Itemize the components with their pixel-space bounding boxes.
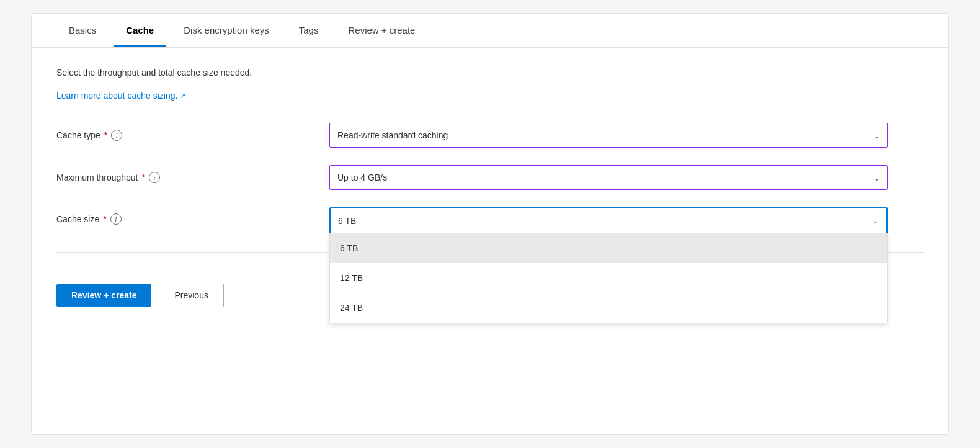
- external-link-icon: ↗: [180, 92, 185, 100]
- max-throughput-select[interactable]: Up to 2 GB/s Up to 4 GB/s Up to 8 GB/s: [329, 165, 888, 190]
- cache-type-label-text: Cache type: [56, 130, 100, 140]
- learn-link-text: Learn more about cache sizing.: [56, 91, 177, 101]
- cache-size-label: Cache size * i: [56, 207, 329, 225]
- max-throughput-label-text: Maximum throughput: [56, 172, 138, 182]
- cache-size-dropdown[interactable]: 6 TB ⌄ 6 TB 12 TB 24 TB: [329, 207, 888, 235]
- cache-size-dropdown-list: 6 TB 12 TB 24 TB: [329, 233, 888, 323]
- cache-type-control: Read-write standard caching Read-only ca…: [329, 123, 888, 148]
- max-throughput-info-icon[interactable]: i: [149, 172, 160, 183]
- max-throughput-required: *: [142, 172, 145, 182]
- cache-size-row: Cache size * i 6 TB ⌄ 6 TB 12 TB 24 TB: [56, 207, 924, 235]
- cache-size-control: 6 TB ⌄ 6 TB 12 TB 24 TB: [329, 207, 888, 235]
- tab-basics[interactable]: Basics: [56, 14, 109, 47]
- cache-size-required: *: [103, 214, 106, 224]
- cache-size-dropdown-header[interactable]: 6 TB ⌄: [331, 208, 886, 233]
- cache-type-required: *: [104, 130, 107, 140]
- main-container: Basics Cache Disk encryption keys Tags R…: [31, 13, 949, 435]
- cache-size-option-12tb[interactable]: 12 TB: [330, 263, 887, 293]
- tab-bar: Basics Cache Disk encryption keys Tags R…: [32, 14, 948, 48]
- cache-size-option-6tb[interactable]: 6 TB: [330, 233, 887, 263]
- max-throughput-row: Maximum throughput * i Up to 2 GB/s Up t…: [56, 165, 924, 190]
- tab-disk-encryption[interactable]: Disk encryption keys: [171, 14, 282, 47]
- cache-type-select-wrapper: Read-write standard caching Read-only ca…: [329, 123, 888, 148]
- content-area: Select the throughput and total cache si…: [32, 48, 948, 320]
- cache-size-chevron-icon: ⌄: [872, 216, 879, 225]
- cache-type-info-icon[interactable]: i: [111, 130, 122, 141]
- previous-button[interactable]: Previous: [159, 284, 223, 307]
- review-create-button[interactable]: Review + create: [56, 284, 151, 307]
- tab-review-create[interactable]: Review + create: [336, 14, 427, 47]
- cache-size-option-24tb[interactable]: 24 TB: [330, 293, 887, 323]
- cache-size-info-icon[interactable]: i: [110, 213, 122, 225]
- max-throughput-select-wrapper: Up to 2 GB/s Up to 4 GB/s Up to 8 GB/s ⌄: [329, 165, 888, 190]
- cache-size-label-text: Cache size: [56, 214, 99, 224]
- tab-cache[interactable]: Cache: [114, 14, 166, 47]
- learn-more-link[interactable]: Learn more about cache sizing. ↗: [56, 91, 185, 101]
- cache-type-select[interactable]: Read-write standard caching Read-only ca…: [329, 123, 888, 148]
- cache-type-label: Cache type * i: [56, 130, 329, 141]
- max-throughput-control: Up to 2 GB/s Up to 4 GB/s Up to 8 GB/s ⌄: [329, 165, 888, 190]
- page-subtitle: Select the throughput and total cache si…: [56, 68, 924, 78]
- cache-type-row: Cache type * i Read-write standard cachi…: [56, 123, 924, 148]
- tab-tags[interactable]: Tags: [287, 14, 331, 47]
- max-throughput-label: Maximum throughput * i: [56, 172, 329, 183]
- cache-size-selected-value: 6 TB: [338, 216, 356, 226]
